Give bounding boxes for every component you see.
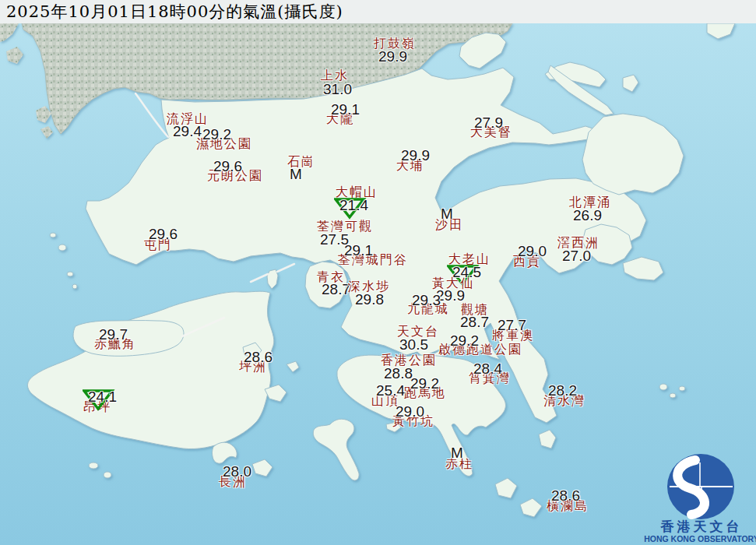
station-value: 30.5 <box>399 337 428 352</box>
station-value: 29.0 <box>396 404 424 419</box>
station-value: 29.9 <box>378 49 407 64</box>
station-value: 25.4 <box>376 383 405 398</box>
title-bar: 2025年10月01日18時00分的氣溫(攝氏度) <box>0 0 756 23</box>
station-value: 27.9 <box>474 115 503 130</box>
station-value: 28.0 <box>223 464 251 479</box>
station-value: 29.8 <box>355 292 384 307</box>
station-value: 27.0 <box>562 248 591 263</box>
station-value: 28.6 <box>244 350 273 364</box>
station-value: 21.4 <box>339 198 368 213</box>
station-value: 27.7 <box>498 318 526 332</box>
station-value: M <box>290 167 302 181</box>
station-value: 28.7 <box>322 282 350 297</box>
station-value: M <box>441 206 453 221</box>
hko-logo-english: HONG KONG OBSERVATORY <box>644 534 756 543</box>
station-value: 28.7 <box>460 315 489 329</box>
hko-logo-chinese: 香港天文台 <box>660 519 743 534</box>
station-value: 28.4 <box>473 361 502 376</box>
station-value: 29.1 <box>344 243 373 258</box>
station-value: 29.7 <box>99 327 128 342</box>
station-value: 29.3 <box>412 293 441 308</box>
hk-map: 香港天文台 HONG KONG OBSERVATORY <box>0 0 756 545</box>
station-value: 29.2 <box>202 127 231 142</box>
station-value: 28.2 <box>548 383 577 398</box>
station-label: 上水 <box>321 69 349 82</box>
station-value: 31.0 <box>323 82 352 97</box>
station-value: 26.9 <box>573 208 602 223</box>
station-value: 29.2 <box>450 333 479 348</box>
station-value: 29.1 <box>331 102 360 117</box>
station-value: 29.0 <box>518 244 547 258</box>
station-value: 29.6 <box>213 159 242 174</box>
station-value: 28.8 <box>384 366 413 381</box>
station-value: 24.1 <box>88 389 117 404</box>
station-value: 29.6 <box>149 227 178 241</box>
station-value: 29.2 <box>410 376 439 391</box>
station-value: 29.9 <box>401 148 430 163</box>
page-title: 2025年10月01日18時00分的氣溫(攝氏度) <box>0 1 343 23</box>
station-value: 28.6 <box>551 488 580 503</box>
station-value: M <box>451 445 463 460</box>
